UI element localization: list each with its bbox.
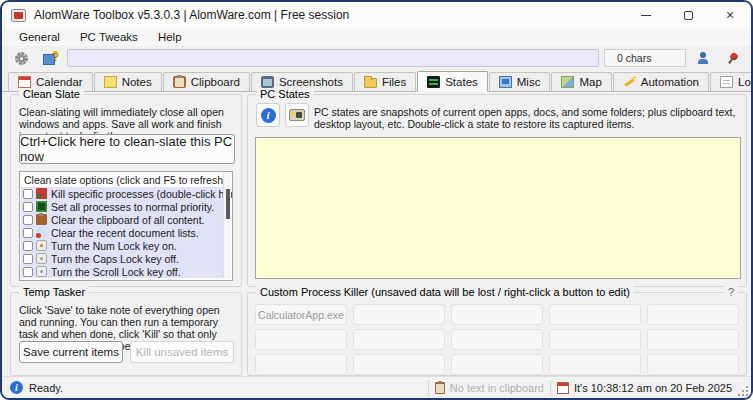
clean-slate-option[interactable]: Clear the recent document lists.: [21, 226, 223, 239]
menu-pc-tweaks[interactable]: PC Tweaks: [71, 30, 147, 44]
resize-grip[interactable]: [738, 386, 748, 396]
tab-automation[interactable]: Automation: [613, 72, 709, 91]
maximize-icon: [684, 11, 693, 20]
clean-slate-now-button[interactable]: Ctrl+Click here to clean-slate this PC n…: [19, 134, 235, 164]
process-killer-title: Custom Process Killer (unsaved data will…: [256, 286, 634, 298]
status-info-icon: i: [10, 381, 23, 394]
window-title: AlomWare Toolbox v5.3.0.3 | AlomWare.com…: [34, 8, 349, 22]
clean-slate-options-header: Clean slate options (click and F5 to ref…: [20, 172, 232, 187]
notes-icon: [104, 76, 117, 88]
settings-button[interactable]: [9, 48, 33, 68]
tab-states[interactable]: States: [417, 71, 488, 92]
tab-label: Automation: [641, 76, 699, 88]
option-label: Clear the recent document lists.: [51, 227, 199, 239]
num-lock-icon: [36, 240, 47, 251]
screenshots-icon: [261, 76, 274, 88]
clean-slate-option[interactable]: Clear the clipboard of all content.: [21, 213, 223, 226]
process-killer-slot[interactable]: [353, 304, 445, 325]
tab-clipboard[interactable]: Clipboard: [163, 72, 250, 91]
status-ready-text: Ready.: [29, 382, 63, 394]
log-icon: [720, 76, 733, 88]
process-killer-slot[interactable]: [255, 354, 347, 375]
status-separator: [550, 380, 551, 396]
save-current-items-button[interactable]: Save current items: [19, 341, 123, 363]
process-killer-slot[interactable]: [353, 329, 445, 350]
minimize-button[interactable]: [625, 2, 667, 28]
process-killer-slot[interactable]: CalculatorApp.exe: [255, 304, 347, 325]
option-checkbox[interactable]: [23, 241, 33, 251]
clear-clipboard-icon: [36, 214, 47, 225]
caps-lock-icon: [36, 253, 47, 264]
user-button[interactable]: [691, 48, 715, 68]
clean-slate-option[interactable]: Set all processes to normal priority.: [21, 200, 223, 213]
tab-label: Screenshots: [279, 76, 343, 88]
clipboard-status-panel: No text in clipboard: [435, 382, 544, 394]
process-killer-slot[interactable]: [549, 304, 641, 325]
menu-help[interactable]: Help: [149, 30, 191, 44]
tab-misc[interactable]: Misc: [489, 72, 551, 91]
status-separator: [428, 380, 429, 396]
option-checkbox[interactable]: [23, 228, 33, 238]
pc-states-listbox[interactable]: [255, 137, 741, 279]
close-icon: ×: [726, 8, 734, 22]
process-killer-slot[interactable]: [647, 304, 739, 325]
pc-states-info-button[interactable]: i: [256, 103, 280, 127]
process-killer-slot[interactable]: [451, 354, 543, 375]
tab-label: Misc: [517, 76, 541, 88]
process-killer-slot[interactable]: [549, 329, 641, 350]
quick-command-input[interactable]: [67, 49, 599, 67]
tab-label: States: [445, 76, 478, 88]
menu-general[interactable]: General: [10, 30, 69, 44]
process-killer-slot[interactable]: [647, 354, 739, 375]
tab-label: Notes: [122, 76, 152, 88]
pin-button[interactable]: [720, 48, 744, 68]
clipboard-icon: [435, 382, 445, 394]
clean-slate-option[interactable]: Turn the Caps Lock key off.: [21, 252, 223, 265]
automation-icon: [623, 76, 636, 88]
app-icon: [11, 9, 26, 22]
clean-slate-option[interactable]: Kill specific processes (double-click he…: [21, 187, 223, 200]
option-checkbox[interactable]: [23, 254, 33, 264]
process-killer-slot[interactable]: [549, 354, 641, 375]
kill-unsaved-items-button[interactable]: Kill unsaved items: [130, 341, 234, 363]
tab-label: Calendar: [36, 76, 83, 88]
temp-tasker-title: Temp Tasker: [19, 286, 89, 298]
option-checkbox[interactable]: [23, 267, 33, 277]
tab-files[interactable]: Files: [354, 72, 416, 91]
maximize-button[interactable]: [667, 2, 709, 28]
tab-label: Log: [738, 76, 753, 88]
options-scrollbar[interactable]: [223, 173, 231, 279]
process-killer-slot[interactable]: [353, 354, 445, 375]
option-label: Set all processes to normal priority.: [51, 201, 214, 213]
tab-notes[interactable]: Notes: [94, 72, 162, 91]
clean-slate-title: Clean Slate: [19, 88, 84, 100]
clean-slate-options-listbox[interactable]: Clean slate options (click and F5 to ref…: [19, 171, 233, 281]
process-killer-help[interactable]: ?: [724, 286, 738, 298]
process-killer-slot[interactable]: [255, 329, 347, 350]
pc-states-capture-button[interactable]: [285, 103, 309, 127]
tab-strip: CalendarNotesClipboardScreenshotsFilesSt…: [2, 70, 751, 92]
title-bar: AlomWare Toolbox v5.3.0.3 | AlomWare.com…: [2, 2, 751, 28]
datetime-text: It's 10:38:12 am on 20 Feb 2025: [574, 382, 732, 394]
normal-priority-icon: [36, 201, 47, 212]
process-killer-slot[interactable]: [451, 329, 543, 350]
clipboard-status-text: No text in clipboard: [450, 382, 544, 394]
option-checkbox[interactable]: [23, 189, 33, 199]
process-killer-slot[interactable]: [647, 329, 739, 350]
help-button[interactable]: [38, 48, 62, 68]
option-checkbox[interactable]: [23, 202, 33, 212]
status-bar: i Ready. No text in clipboard It's 10:38…: [2, 376, 751, 398]
tab-map[interactable]: Map: [551, 72, 611, 91]
help-icon: [43, 52, 57, 65]
files-icon: [364, 78, 377, 88]
clean-slate-option[interactable]: Turn the Scroll Lock key off.: [21, 265, 223, 278]
clean-slate-option[interactable]: Turn the Num Lock key on.: [21, 239, 223, 252]
tab-log[interactable]: Log: [710, 72, 753, 91]
pc-states-title: PC States: [256, 88, 314, 100]
scrollbar-thumb[interactable]: [226, 189, 230, 219]
process-killer-slot[interactable]: [451, 304, 543, 325]
pc-states-group: PC States i PC states are snapshots of c…: [247, 94, 747, 287]
option-checkbox[interactable]: [23, 215, 33, 225]
close-button[interactable]: ×: [709, 2, 751, 28]
minimize-icon: [641, 15, 651, 16]
